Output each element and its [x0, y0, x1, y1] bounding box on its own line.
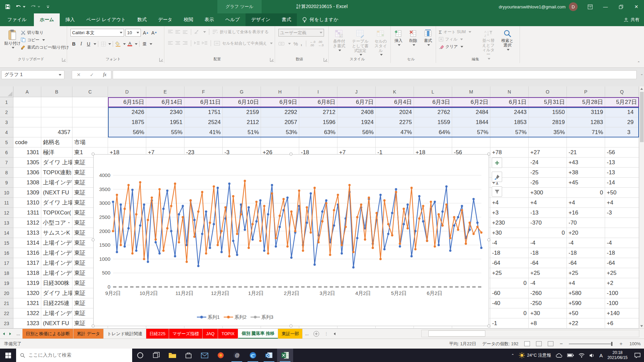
cell-A8[interactable]: 1306 [13, 168, 41, 178]
insert-cells-button[interactable]: 挿入 [391, 27, 406, 48]
ribbon-tab-校閲[interactable]: 校閲 [178, 13, 199, 26]
minimize-button[interactable]: — [598, 0, 613, 13]
taskbar-app-mail-icon[interactable] [197, 349, 213, 362]
decrease-font-icon[interactable]: A▼ [151, 29, 158, 37]
cell-K5[interactable] [376, 137, 414, 147]
select-all-corner[interactable] [0, 86, 13, 97]
cell-A6[interactable]: 1301 [13, 147, 41, 158]
horizontal-scrollbar[interactable] [421, 330, 639, 337]
formula-input[interactable] [113, 70, 637, 79]
cell-F3[interactable]: 2524 [184, 117, 223, 127]
cell-J4[interactable]: 56% [337, 127, 376, 137]
cell-F4[interactable]: 41% [184, 127, 223, 137]
cell-O16[interactable]: -18 [529, 248, 567, 258]
cell-B7[interactable]: ダイワ 上場 [41, 158, 72, 168]
cell-A11[interactable]: 1310 [13, 198, 41, 208]
cell-P6[interactable]: -21 [567, 147, 605, 158]
fill-color-icon[interactable] [115, 40, 121, 48]
ribbon-tab-ファイル[interactable]: ファイル [0, 13, 34, 26]
cell-B4[interactable]: 4357 [41, 127, 72, 137]
cell-O9[interactable]: -26 [529, 178, 567, 188]
currency-icon[interactable] [278, 42, 284, 46]
cell-N3[interactable]: 1853 [490, 117, 529, 127]
cell-I3[interactable]: 1596 [299, 117, 337, 127]
cell-Q3[interactable]: 29 [605, 117, 639, 127]
sheet-tab-個別 騰落率 推移[interactable]: 個別 騰落率 推移 [238, 329, 278, 339]
cell-N2[interactable]: 2443 [490, 107, 529, 117]
cell-B23[interactable]: (NEXT FU [41, 318, 72, 328]
ribbon-tab-書式[interactable]: 書式 [276, 13, 297, 26]
cell-A15[interactable]: 1314 [13, 238, 41, 248]
name-box[interactable]: グラフ 1 [1, 70, 64, 79]
row-header-17[interactable]: 17 [0, 258, 13, 268]
cell-A16[interactable]: 1316 [13, 248, 41, 258]
cell-M4[interactable]: 57% [452, 127, 490, 137]
underline-dropdown-icon[interactable] [94, 43, 96, 45]
cell-O13[interactable]: -370 [529, 218, 567, 228]
column-header-L[interactable]: L [414, 86, 452, 97]
cell-P3[interactable]: 1283 [567, 117, 605, 127]
merge-center-icon[interactable] [214, 41, 220, 46]
cell-N14[interactable]: +30 [490, 228, 529, 238]
zoom-in-icon[interactable]: ＋ [619, 341, 624, 347]
align-middle-icon[interactable] [175, 29, 180, 34]
cell-M3[interactable]: 1844 [452, 117, 490, 127]
cell-Q1[interactable]: 5月27日 [605, 97, 639, 107]
cell-M1[interactable]: 6月2日 [452, 97, 490, 107]
cell-B9[interactable]: 上場インデ [41, 178, 72, 188]
cell-C4[interactable] [72, 127, 108, 137]
taskbar-clock[interactable]: 20:182021/06/15 [607, 350, 628, 360]
vertical-scrollbar[interactable] [639, 86, 644, 328]
format-cells-button[interactable]: 書式 [421, 27, 435, 48]
cell-E2[interactable]: 2340 [146, 107, 184, 117]
ribbon-tab-表示[interactable]: 表示 [199, 13, 220, 26]
find-select-button[interactable]: 検索と選択 [498, 27, 517, 53]
sheet-tab-日経225[interactable]: 日経225 [146, 329, 169, 339]
cell-A5[interactable]: code [13, 137, 41, 147]
new-sheet-button[interactable] [311, 329, 322, 339]
row-header-22[interactable]: 22 [0, 308, 13, 318]
hidden-icons-chevron[interactable]: ⌃ [511, 353, 514, 358]
cell-N5[interactable] [490, 137, 529, 147]
decrease-decimal-icon[interactable]: .00→.0 [318, 40, 324, 47]
column-header-N[interactable]: N [490, 86, 529, 97]
cell-N20[interactable]: -60 [490, 288, 529, 298]
cell-B11[interactable]: ダイワ 上場 [41, 198, 72, 208]
ribbon-tab-挿入[interactable]: 挿入 [60, 13, 80, 26]
ribbon-display-options-button[interactable] [582, 0, 598, 13]
cell-E4[interactable]: 55% [146, 127, 184, 137]
cell-N1[interactable]: 6月1日 [490, 97, 529, 107]
taskbar-app-task-view-icon[interactable] [148, 349, 164, 362]
cell-O6[interactable]: +27 [529, 147, 567, 158]
column-header-C[interactable]: C [72, 86, 108, 97]
sheet-bar-splitter[interactable]: ⋮ [322, 329, 331, 339]
column-header-B[interactable]: B [41, 86, 72, 97]
cell-K1[interactable]: 6月4日 [376, 97, 414, 107]
cell-A1[interactable] [13, 97, 41, 107]
sheet-tab-東証一部[interactable]: 東証一部 [278, 329, 303, 339]
cell-Q2[interactable]: 14 [605, 107, 639, 117]
cell-A9[interactable]: 1308 [13, 178, 41, 188]
cell-N6[interactable]: +78 [490, 147, 529, 158]
borders-icon[interactable] [100, 40, 107, 48]
cell-Q18[interactable]: +25 [605, 268, 639, 278]
cell-N16[interactable]: -18 [490, 248, 529, 258]
row-header-3[interactable]: 3 [0, 117, 13, 127]
italic-button[interactable]: I [78, 40, 85, 48]
row-header-15[interactable]: 15 [0, 238, 13, 248]
cell-J2[interactable]: 2408 [337, 107, 376, 117]
cell-Q9[interactable]: -14 [605, 178, 639, 188]
cell-B5[interactable]: 銘柄名 [41, 137, 72, 147]
cell-Q12[interactable]: -3 [605, 208, 639, 218]
sheet-overflow-left[interactable]: ... [14, 329, 22, 339]
format-painter-button[interactable]: 書式のコピー/貼り付け [21, 44, 69, 51]
cell-Q22[interactable]: +140 [605, 308, 639, 318]
sheet-tab-JAQ[interactable]: JAQ [203, 329, 218, 339]
row-header-8[interactable]: 8 [0, 168, 13, 178]
column-header-P[interactable]: P [567, 86, 605, 97]
collapse-ribbon-icon[interactable]: ⌃ [636, 60, 641, 65]
row-header-16[interactable]: 16 [0, 248, 13, 258]
cell-N4[interactable]: 57% [490, 127, 529, 137]
cell-Q21[interactable]: -100 [605, 298, 639, 308]
cell-Q17[interactable]: -64 [605, 258, 639, 268]
